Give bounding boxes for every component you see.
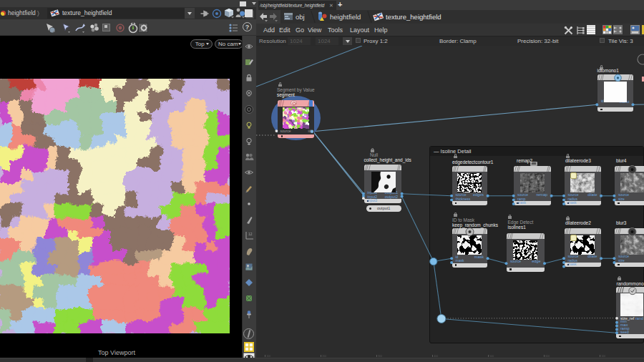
svg-text:12: 12	[248, 232, 253, 236]
